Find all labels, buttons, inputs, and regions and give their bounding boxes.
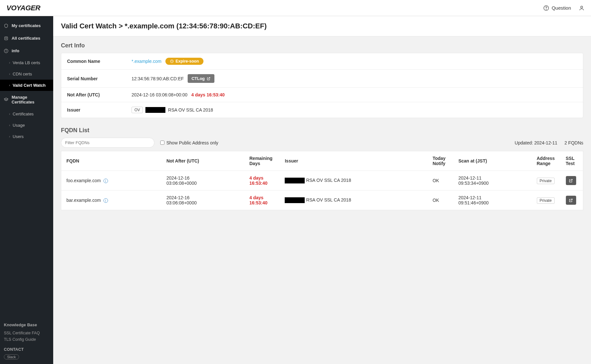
- serial-value: 12:34:56:78:90:AB:CD:EF: [132, 76, 184, 81]
- sidebar-label: My certificates: [12, 23, 41, 28]
- brand-logo[interactable]: VOYAGER: [6, 4, 40, 12]
- sidebar-item-my-certificates[interactable]: My certificates: [0, 19, 53, 32]
- sidebar-label: Manage Certificates: [12, 95, 49, 104]
- public-only-checkbox[interactable]: [160, 141, 164, 145]
- list-icon: [4, 36, 8, 41]
- chevron-right-icon: ›: [9, 112, 10, 116]
- svg-marker-9: [4, 98, 8, 100]
- fqdn-count: 2 FQDNs: [565, 140, 583, 145]
- topbar: VOYAGER Question: [0, 0, 591, 16]
- row-common-name: Common Name *.example.com Expire-soon: [61, 53, 583, 70]
- ctlog-label: CTLog: [192, 76, 205, 81]
- sidebar-item-info[interactable]: info: [0, 44, 53, 57]
- question-label: Question: [552, 5, 571, 11]
- addr-badge: Private: [537, 197, 555, 204]
- col-fqdn: FQDN: [61, 151, 162, 171]
- page-header: Valid Cert Watch > *.example.com (12:34:…: [53, 16, 591, 36]
- svg-point-1: [546, 9, 546, 9]
- cell-scan-date: 2024-12-11: [458, 175, 527, 181]
- label-issuer: Issuer: [67, 107, 132, 113]
- cell-issuer: RSA OV SSL CA 2018: [306, 197, 351, 202]
- sidebar-item-all-certificates[interactable]: All certificates: [0, 32, 53, 44]
- cell-remaining-time: 16:53:40: [249, 181, 274, 186]
- svg-point-2: [581, 6, 583, 8]
- table-row: bar.example.com i 2024-12-16 03:06:08+00…: [61, 191, 583, 210]
- sidebar-sub-users[interactable]: › Users: [0, 131, 53, 142]
- cell-remaining-days: 4 days: [249, 175, 274, 181]
- col-addr: Address Range: [532, 151, 561, 171]
- fqdn-filter-input[interactable]: [61, 138, 154, 148]
- cell-scan-time: 09:53:34+0900: [458, 181, 527, 186]
- info-tooltip-icon[interactable]: i: [103, 179, 108, 183]
- sidebar-sub-cdn[interactable]: › CDN certs: [0, 68, 53, 80]
- sidebar-sub-label: Verda LB certs: [13, 60, 40, 65]
- sidebar-label: All certificates: [12, 36, 40, 41]
- cert-info-title: Cert Info: [61, 42, 583, 49]
- sidebar-sub-valid-cert-watch[interactable]: › Valid Cert Watch: [0, 80, 53, 91]
- info-icon: [4, 49, 8, 53]
- sidebar-sub-label: Certificates: [13, 112, 34, 116]
- table-header-row: FQDN Not After (UTC) Remaining Days Issu…: [61, 151, 583, 171]
- chevron-right-icon: ›: [9, 61, 10, 64]
- contact-heading: CONTACT: [4, 347, 49, 352]
- sidebar-sub-certificates[interactable]: › Certificates: [0, 108, 53, 120]
- cell-fqdn: bar.example.com: [66, 198, 101, 203]
- updated-text: Updated: 2024-12-11: [515, 140, 557, 145]
- user-icon[interactable]: [579, 5, 585, 11]
- ssl-test-button[interactable]: [566, 196, 576, 205]
- external-link-icon: [569, 179, 573, 183]
- layers-icon: [4, 97, 8, 102]
- sidebar-sub-verda-lb[interactable]: › Verda LB certs: [0, 57, 53, 68]
- col-not-after: Not After (UTC): [161, 151, 244, 171]
- expire-badge-label: Expire-soon: [176, 59, 199, 64]
- cell-scan-date: 2024-12-11: [458, 195, 527, 200]
- sidebar-bottom: Knowledge Base SSL Certificate FAQ TLS C…: [0, 318, 53, 364]
- cell-issuer: RSA OV SSL CA 2018: [306, 178, 351, 183]
- sidebar-item-manage[interactable]: Manage Certificates: [0, 91, 53, 108]
- info-tooltip-icon[interactable]: i: [103, 198, 108, 203]
- col-ssl-test: SSL Test: [561, 151, 583, 171]
- addr-badge: Private: [537, 178, 555, 184]
- row-serial: Serial Number 12:34:56:78:90:AB:CD:EF CT…: [61, 70, 583, 88]
- chevron-right-icon: ›: [9, 84, 10, 87]
- fqdn-table: FQDN Not After (UTC) Remaining Days Issu…: [61, 151, 583, 210]
- help-icon: [543, 5, 549, 11]
- shield-icon: [4, 24, 8, 28]
- fqdn-title: FQDN List: [61, 127, 583, 134]
- label-not-after: Not After (UTC): [67, 92, 132, 97]
- cell-fqdn: foo.example.com: [66, 178, 101, 183]
- sidebar-sub-label: Usage: [13, 123, 25, 128]
- public-only-label: Show Public Address only: [166, 140, 218, 145]
- kb-link-faq[interactable]: SSL Certificate FAQ: [4, 330, 49, 336]
- ssl-test-button[interactable]: [566, 176, 576, 185]
- cell-notify: OK: [428, 191, 453, 210]
- chevron-right-icon: ›: [9, 72, 10, 76]
- col-notify: Today Notify: [428, 151, 453, 171]
- fqdn-section: FQDN List Show Public Address only Updat…: [53, 121, 591, 213]
- redacted-issuer-org: [285, 197, 305, 203]
- table-row: foo.example.com i 2024-12-16 03:06:08+00…: [61, 171, 583, 191]
- cell-not-after-date: 2024-12-16: [166, 175, 239, 181]
- cell-remaining-days: 4 days: [249, 195, 274, 200]
- external-link-icon: [207, 77, 211, 81]
- page-title: Valid Cert Watch > *.example.com (12:34:…: [61, 22, 583, 30]
- topbar-right: Question: [543, 5, 585, 11]
- slack-badge[interactable]: Slack: [4, 354, 19, 359]
- common-name-value[interactable]: *.example.com: [132, 59, 162, 64]
- kb-link-tls[interactable]: TLS Config Guide: [4, 336, 49, 343]
- cert-info-card: Common Name *.example.com Expire-soon Se…: [61, 53, 583, 118]
- clock-icon: [170, 59, 174, 63]
- label-serial: Serial Number: [67, 76, 132, 81]
- question-link[interactable]: Question: [543, 5, 571, 11]
- redacted-issuer-org: [285, 178, 305, 183]
- public-only-toggle[interactable]: Show Public Address only: [160, 140, 218, 145]
- cell-not-after-time: 03:06:08+0000: [166, 181, 239, 186]
- sidebar-sub-label: Valid Cert Watch: [13, 83, 45, 88]
- row-issuer: Issuer OV RSA OV SSL CA 2018: [61, 102, 583, 118]
- cell-notify: OK: [428, 171, 453, 191]
- col-scan: Scan at (JST): [453, 151, 532, 171]
- redacted-issuer-org: [145, 107, 165, 113]
- issuer-name: RSA OV SSL CA 2018: [168, 107, 213, 113]
- ctlog-button[interactable]: CTLog: [188, 74, 214, 83]
- sidebar-sub-usage[interactable]: › Usage: [0, 120, 53, 131]
